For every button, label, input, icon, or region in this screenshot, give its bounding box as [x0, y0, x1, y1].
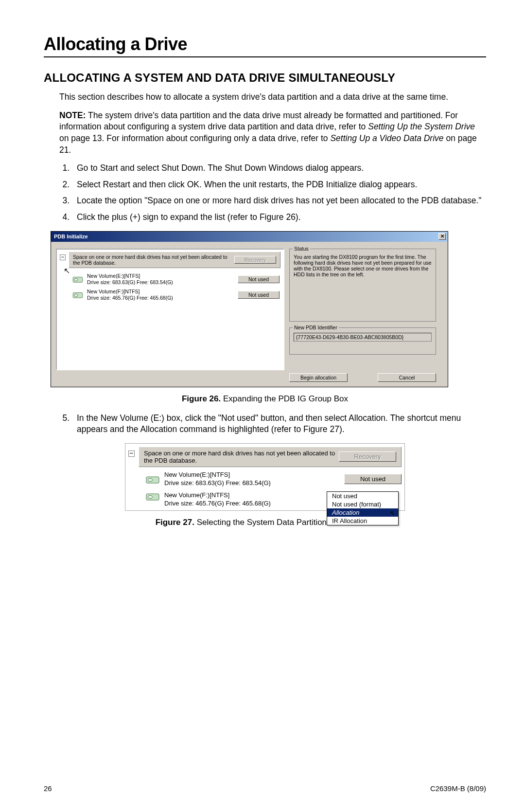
drive-e-name: New Volume(E:)[NTFS]: [87, 273, 234, 279]
pdb-initialize-dialog: PDB Initialize ✕ − Space on one or more …: [51, 231, 448, 387]
drive-row-e[interactable]: New Volume(E:)[NTFS] Drive size: 683.63(…: [146, 471, 402, 487]
intro-paragraph: This section describes how to allocate a…: [59, 91, 486, 103]
step-4: Click the plus (+) sign to expand the li…: [72, 212, 486, 223]
note-paragraph: NOTE: The system drive's data partition …: [59, 110, 486, 156]
tree-head-text: Space on one or more hard disk drives ha…: [144, 450, 339, 464]
drive-e-status-button[interactable]: Not used: [238, 275, 280, 283]
cursor-icon: ↖: [389, 509, 395, 518]
note-ref-1: Setting Up the System Drive: [368, 122, 475, 131]
menu-opt-allocation[interactable]: Allocation ↖: [327, 508, 398, 517]
figure-26-caption: Figure 26. Expanding the PDB IG Group Bo…: [44, 394, 486, 404]
cancel-button[interactable]: Cancel: [378, 373, 436, 382]
pdb-identifier-group: New PDB Identifier: [289, 327, 436, 355]
figure-27-caption: Figure 27. Selecting the System Data Par…: [44, 518, 486, 527]
menu-opt-not-used[interactable]: Not used: [327, 492, 398, 500]
page-title: Allocating a Drive: [44, 34, 486, 54]
collapse-toggle-icon[interactable]: −: [60, 254, 66, 260]
step-1: Go to Start and select Shut Down. The Sh…: [72, 162, 486, 174]
status-group: Status You are starting the DX8100 progr…: [289, 249, 436, 322]
drive-row-f[interactable]: New Volume(F:)[NTFS] Drive size: 465.76(…: [72, 289, 283, 301]
hdd-icon: [72, 291, 83, 299]
menu-opt-ir-allocation[interactable]: IR Allocation: [327, 517, 398, 525]
allocation-menu[interactable]: Not used Not used (format) Allocation ↖ …: [327, 491, 399, 525]
drive-tree: − Space on one or more hard disk drives …: [56, 249, 284, 370]
section-heading: ALLOCATING A SYSTEM AND DATA DRIVE SIMUL…: [44, 71, 486, 85]
svg-point-1: [74, 278, 78, 281]
status-legend: Status: [293, 246, 310, 252]
step-3: Locate the option "Space on one or more …: [72, 195, 486, 207]
drive-e-status-button[interactable]: Not used: [344, 474, 402, 484]
drive-f-name: New Volume(F:)[NTFS]: [87, 289, 234, 295]
drive-row-e[interactable]: New Volume(E:)[NTFS] Drive size: 683.63(…: [72, 273, 283, 286]
begin-allocation-button[interactable]: Begin allocation: [289, 373, 348, 382]
step-5: In the New Volume (E:) box, click the "N…: [72, 413, 486, 435]
drive-e-info: Drive size: 683.63(G) Free: 683.54(G): [164, 479, 339, 487]
note-text-2: on page 13. For information about config…: [59, 133, 330, 143]
dialog-titlebar[interactable]: PDB Initialize ✕: [51, 232, 448, 242]
hdd-icon: [72, 275, 83, 283]
doc-id: C2639M-B (8/09): [430, 784, 486, 793]
menu-opt-not-used-format[interactable]: Not used (format): [327, 500, 398, 508]
hdd-icon: [146, 491, 159, 501]
divider: [44, 56, 486, 57]
drive-e-name: New Volume(E:)[NTFS]: [164, 471, 339, 479]
note-label: NOTE:: [59, 110, 86, 120]
tree-head-text: Space on one or more hard disk drives ha…: [73, 254, 234, 266]
close-icon[interactable]: ✕: [438, 233, 446, 240]
figure-27-tree: − Space on one or more hard disk drives …: [125, 443, 405, 511]
collapse-toggle-icon[interactable]: −: [128, 451, 135, 457]
hdd-icon: [146, 474, 159, 484]
svg-point-5: [148, 478, 153, 481]
step-2: Select Restart and then click OK. When t…: [72, 179, 486, 191]
recovery-button[interactable]: Recovery: [234, 256, 276, 264]
dialog-title: PDB Initialize: [54, 234, 88, 239]
recovery-button[interactable]: Recovery: [339, 451, 396, 462]
drive-f-status-button[interactable]: Not used: [238, 291, 280, 299]
status-text: You are starting the DX8100 program for …: [294, 254, 432, 277]
svg-point-7: [148, 495, 153, 498]
drive-e-info: Drive size: 683.63(G) Free: 683.54(G): [87, 279, 234, 286]
page-number: 26: [44, 784, 52, 793]
pdb-identifier-field: [294, 333, 432, 342]
drive-f-info: Drive size: 465.76(G) Free: 465.68(G): [87, 295, 234, 301]
pdb-legend: New PDB Identifier: [293, 325, 339, 330]
note-ref-2: Setting Up a Video Data Drive: [330, 133, 443, 143]
svg-point-3: [74, 294, 78, 296]
